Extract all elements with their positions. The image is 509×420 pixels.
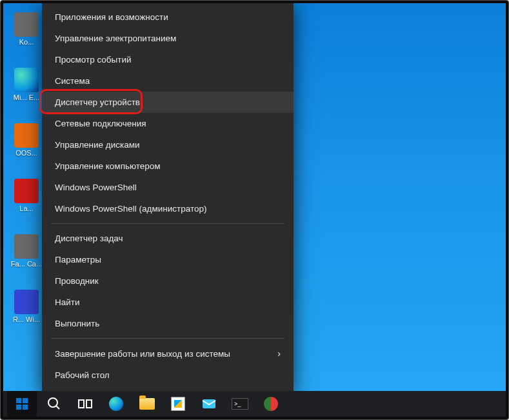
winx-apps-features-label: Приложения и возможности bbox=[55, 12, 168, 22]
desktop-icon-recycle-label: Ko... bbox=[19, 38, 34, 46]
taskbar: >_ bbox=[3, 391, 506, 417]
desktop: Ko...Mi... E...OOS...La...Fa... Ca...R..… bbox=[3, 3, 506, 417]
task-view-button[interactable] bbox=[72, 391, 99, 417]
desktop-icon-rwi-glyph bbox=[14, 290, 39, 314]
chevron-right-icon: › bbox=[277, 348, 281, 359]
desktop-icon-faca-glyph bbox=[14, 234, 39, 259]
terminal-icon: >_ bbox=[232, 398, 248, 410]
desktop-icon-la-glyph bbox=[14, 179, 39, 203]
windows-logo-icon bbox=[16, 398, 28, 410]
winx-powershell-label: Windows PowerShell bbox=[55, 183, 137, 192]
winx-apps-features[interactable]: Приложения и возможности bbox=[42, 6, 294, 28]
winx-explorer-label: Проводник bbox=[55, 276, 99, 286]
menu-separator bbox=[51, 338, 284, 339]
desktop-icons: Ko...Mi... E...OOS...La...Fa... Ca...R..… bbox=[10, 12, 43, 324]
winx-menu: Приложения и возможностиУправление элект… bbox=[42, 3, 294, 391]
explorer-taskbar[interactable] bbox=[134, 391, 161, 417]
winx-task-manager[interactable]: Диспетчер задач bbox=[42, 228, 294, 249]
desktop-icon-edge-label: Mi... E... bbox=[14, 94, 39, 101]
desktop-icon-oos-glyph bbox=[14, 123, 39, 148]
winx-search-label: Найти bbox=[55, 297, 80, 307]
winx-device-manager-label: Диспетчер устройств bbox=[55, 97, 140, 107]
winx-settings-label: Параметры bbox=[55, 255, 101, 265]
winx-device-manager[interactable]: Диспетчер устройств bbox=[42, 92, 294, 113]
winx-computer-management-label: Управление компьютером bbox=[55, 161, 161, 171]
svg-point-4 bbox=[48, 398, 57, 407]
winx-powershell[interactable]: Windows PowerShell bbox=[42, 177, 294, 198]
winx-explorer[interactable]: Проводник bbox=[42, 270, 294, 292]
winx-disk-management[interactable]: Управление дисками bbox=[42, 134, 294, 155]
mail-icon bbox=[201, 396, 217, 412]
svg-rect-0 bbox=[16, 398, 21, 403]
desktop-icon-edge[interactable]: Mi... E... bbox=[10, 68, 43, 101]
search-button[interactable] bbox=[41, 391, 68, 417]
app-icon bbox=[264, 397, 278, 411]
winx-power-options-label: Управление электропитанием bbox=[55, 34, 176, 43]
folder-icon bbox=[139, 398, 155, 410]
winx-task-manager-label: Диспетчер задач bbox=[55, 234, 123, 243]
mail-taskbar[interactable] bbox=[195, 391, 223, 417]
winx-event-viewer[interactable]: Просмотр событий bbox=[42, 49, 294, 70]
start-button[interactable] bbox=[7, 391, 37, 417]
winx-network-connections[interactable]: Сетевые подключения bbox=[42, 113, 294, 134]
edge-icon bbox=[109, 397, 123, 411]
svg-line-5 bbox=[56, 406, 59, 409]
winx-powershell-admin-label: Windows PowerShell (администратор) bbox=[55, 204, 206, 214]
winx-shutdown-label: Завершение работы или выход из системы bbox=[55, 349, 230, 359]
winx-shutdown[interactable]: Завершение работы или выход из системы› bbox=[42, 343, 294, 365]
svg-rect-2 bbox=[16, 405, 21, 410]
svg-rect-1 bbox=[23, 398, 28, 403]
edge-taskbar[interactable] bbox=[103, 391, 130, 417]
task-view-icon bbox=[77, 396, 93, 412]
desktop-icon-rwi-label: R... Wi... bbox=[13, 315, 40, 323]
terminal-taskbar[interactable]: >_ bbox=[226, 391, 254, 417]
store-icon bbox=[171, 397, 185, 411]
screenshot-frame: Ko...Mi... E...OOS...La...Fa... Ca...R..… bbox=[0, 0, 509, 420]
desktop-icon-recycle[interactable]: Ko... bbox=[10, 12, 43, 46]
winx-computer-management[interactable]: Управление компьютером bbox=[42, 155, 294, 177]
app-taskbar[interactable] bbox=[257, 391, 284, 417]
winx-disk-management-label: Управление дисками bbox=[55, 140, 140, 150]
winx-powershell-admin[interactable]: Windows PowerShell (администратор) bbox=[42, 198, 294, 219]
desktop-icon-la[interactable]: La... bbox=[10, 179, 43, 212]
desktop-icon-la-label: La... bbox=[19, 205, 33, 212]
winx-system-label: Система bbox=[55, 76, 90, 86]
desktop-icon-recycle-glyph bbox=[14, 12, 39, 37]
menu-separator bbox=[51, 223, 284, 224]
svg-rect-3 bbox=[23, 405, 28, 410]
winx-settings[interactable]: Параметры bbox=[42, 249, 294, 270]
desktop-icon-faca-label: Fa... Ca... bbox=[11, 260, 42, 268]
search-icon bbox=[46, 396, 62, 412]
svg-rect-7 bbox=[86, 400, 92, 408]
winx-power-options[interactable]: Управление электропитанием bbox=[42, 28, 294, 49]
winx-run[interactable]: Выполнить bbox=[42, 313, 294, 334]
store-taskbar[interactable] bbox=[165, 391, 192, 417]
desktop-icon-oos[interactable]: OOS... bbox=[10, 123, 43, 157]
svg-rect-6 bbox=[79, 400, 84, 408]
winx-search[interactable]: Найти bbox=[42, 292, 294, 313]
desktop-icon-rwi[interactable]: R... Wi... bbox=[10, 290, 43, 323]
winx-run-label: Выполнить bbox=[55, 319, 99, 328]
winx-desktop-label: Рабочий стол bbox=[55, 370, 110, 380]
winx-event-viewer-label: Просмотр событий bbox=[55, 55, 132, 65]
desktop-icon-edge-glyph bbox=[14, 68, 39, 92]
winx-desktop[interactable]: Рабочий стол bbox=[42, 365, 294, 386]
winx-system[interactable]: Система bbox=[42, 70, 294, 92]
desktop-icon-faca[interactable]: Fa... Ca... bbox=[10, 234, 43, 268]
desktop-icon-oos-label: OOS... bbox=[15, 149, 37, 157]
winx-network-connections-label: Сетевые подключения bbox=[55, 119, 146, 128]
